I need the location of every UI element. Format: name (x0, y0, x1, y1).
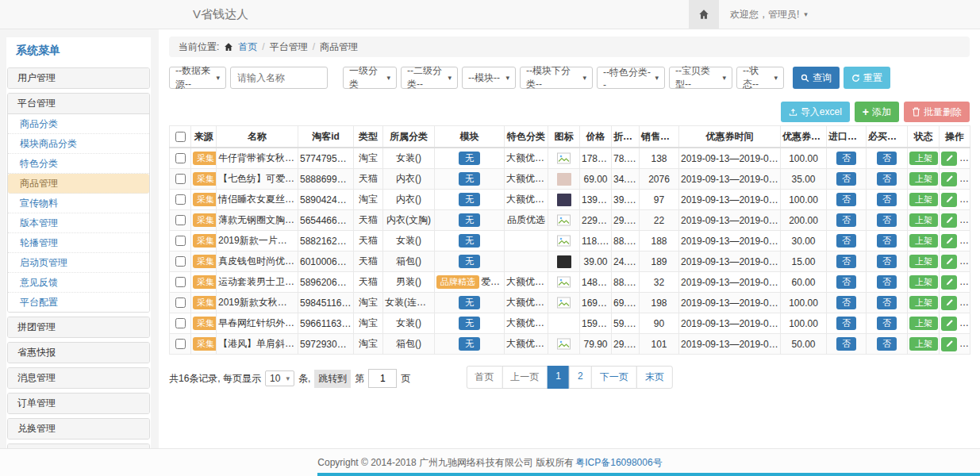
sidebar-group-1[interactable]: 平台管理 (8, 94, 149, 113)
sidebar-item-1[interactable]: 模块商品分类 (8, 134, 149, 154)
row-checkbox[interactable] (175, 194, 186, 205)
sidebar-group-6[interactable]: 兑换管理 (8, 419, 149, 439)
must-buy-toggle[interactable]: 否 (877, 234, 897, 248)
row-checkbox[interactable] (175, 298, 186, 308)
import-select-toggle[interactable]: 否 (836, 152, 856, 166)
sidebar-item-5[interactable]: 版本管理 (8, 213, 149, 233)
user-menu[interactable]: 欢迎您，管理员! ▾ (719, 8, 819, 21)
must-buy-toggle[interactable]: 否 (877, 172, 897, 186)
row-select-cell (170, 169, 191, 190)
import-select-toggle[interactable]: 否 (836, 172, 856, 186)
bottom-scrollbar[interactable] (317, 473, 980, 476)
must-buy-toggle[interactable]: 否 (877, 296, 897, 310)
status-button[interactable]: 上架 (909, 234, 938, 248)
add-button[interactable]: + 添加 (855, 102, 899, 122)
edit-button[interactable] (941, 213, 957, 228)
jump-button[interactable]: 跳转到 (314, 370, 351, 388)
sidebar-group-3[interactable]: 省惠快报 (8, 343, 149, 363)
page-number-input[interactable] (368, 369, 397, 388)
source-cell: 采集 (191, 293, 217, 313)
edit-button[interactable] (941, 193, 957, 207)
sidebar-item-0[interactable]: 商品分类 (8, 114, 149, 134)
status-button[interactable]: 上架 (909, 255, 938, 269)
status-button[interactable]: 上架 (909, 152, 938, 166)
edit-button[interactable] (941, 337, 957, 351)
row-checkbox[interactable] (175, 318, 186, 328)
feature-category-select[interactable]: --特色分类--▾ (597, 67, 665, 89)
status-button[interactable]: 上架 (909, 172, 938, 186)
sidebar-item-6[interactable]: 轮播管理 (8, 233, 149, 253)
must-buy-toggle[interactable]: 否 (877, 275, 897, 290)
row-checkbox[interactable] (175, 236, 186, 246)
import-select-toggle[interactable]: 否 (836, 317, 856, 331)
sidebar-group-0[interactable]: 用户管理 (8, 68, 149, 88)
row-checkbox[interactable] (175, 256, 186, 267)
must-buy-toggle[interactable]: 否 (877, 317, 897, 331)
import-select-toggle[interactable]: 否 (836, 234, 856, 248)
edit-button[interactable] (941, 317, 957, 331)
edit-button[interactable] (941, 234, 957, 248)
sidebar-item-8[interactable]: 意见反馈 (8, 273, 149, 293)
page-first[interactable]: 首页 (466, 366, 502, 389)
import-select-toggle[interactable]: 否 (836, 193, 856, 207)
status-button[interactable]: 上架 (909, 193, 938, 207)
row-checkbox[interactable] (175, 174, 186, 184)
module-select[interactable]: --模块--▾ (462, 67, 516, 89)
sidebar-group-5[interactable]: 订单管理 (8, 393, 149, 413)
import-select-toggle[interactable]: 否 (836, 337, 856, 351)
page-1[interactable]: 1 (547, 366, 570, 389)
breadcrumb-home-link[interactable]: 首页 (238, 36, 257, 57)
status-select[interactable]: --状态--▾ (736, 67, 784, 89)
row-checkbox[interactable] (175, 339, 186, 349)
edit-button[interactable] (941, 255, 957, 269)
sidebar-item-2[interactable]: 特色分类 (8, 154, 149, 174)
status-button[interactable]: 上架 (909, 275, 938, 290)
product-category: 箱包() (383, 251, 435, 272)
sidebar-item-7[interactable]: 启动页管理 (8, 253, 149, 273)
must-buy-toggle[interactable]: 否 (877, 152, 897, 166)
data-source-select[interactable]: --数据来源--▾ (169, 67, 226, 89)
row-checkbox[interactable] (175, 215, 186, 225)
import-select-toggle[interactable]: 否 (836, 296, 856, 310)
icp-link[interactable]: 粤ICP备16098006号 (575, 456, 662, 470)
status-button[interactable]: 上架 (909, 317, 938, 331)
sidebar-group-4[interactable]: 消息管理 (8, 368, 149, 388)
query-button[interactable]: 查询 (793, 67, 840, 89)
page-2[interactable]: 2 (569, 366, 592, 389)
level1-category-select[interactable]: 一级分类▾ (343, 67, 397, 89)
import-select-toggle[interactable]: 否 (836, 213, 856, 228)
import-select-toggle[interactable]: 否 (836, 275, 856, 290)
module-subcategory-select[interactable]: --模块下分类--▾ (520, 67, 593, 89)
import-select-toggle[interactable]: 否 (836, 255, 856, 269)
level2-category-select[interactable]: --二级分类--▾ (401, 67, 458, 89)
sidebar-group-2[interactable]: 拼团管理 (8, 317, 149, 337)
edit-button[interactable] (941, 172, 957, 186)
status-button[interactable]: 上架 (909, 213, 938, 228)
home-button[interactable] (689, 0, 719, 29)
must-buy-toggle[interactable]: 否 (877, 255, 897, 269)
reset-button[interactable]: 重置 (844, 67, 890, 89)
edit-button[interactable] (941, 275, 957, 290)
must-buy-toggle[interactable]: 否 (877, 193, 897, 207)
name-search-input[interactable] (230, 67, 328, 89)
page-size-select[interactable]: 10 ▾ (265, 370, 294, 386)
sidebar-item-3[interactable]: 商品管理 (8, 174, 149, 194)
page-next[interactable]: 下一页 (591, 366, 637, 389)
row-checkbox[interactable] (175, 277, 186, 287)
batch-delete-button[interactable]: 批量删除 (904, 102, 970, 122)
import-excel-button[interactable]: 导入excel (781, 102, 850, 122)
edit-button[interactable] (941, 152, 957, 166)
status-button[interactable]: 上架 (909, 337, 938, 351)
status-button[interactable]: 上架 (909, 296, 938, 310)
row-checkbox[interactable] (175, 153, 186, 163)
page-last[interactable]: 末页 (636, 366, 673, 389)
sidebar-item-4[interactable]: 宣传物料 (8, 194, 149, 213)
item-type-select[interactable]: --宝贝类型--▾ (669, 67, 732, 89)
must-buy-toggle[interactable]: 否 (877, 213, 897, 228)
must-buy-toggle[interactable]: 否 (877, 337, 897, 351)
source-cell: 采集 (191, 313, 217, 334)
page-prev[interactable]: 上一页 (502, 366, 548, 389)
sidebar-item-9[interactable]: 平台配置 (8, 293, 149, 312)
edit-button[interactable] (941, 296, 957, 310)
select-all-checkbox[interactable] (175, 132, 186, 142)
